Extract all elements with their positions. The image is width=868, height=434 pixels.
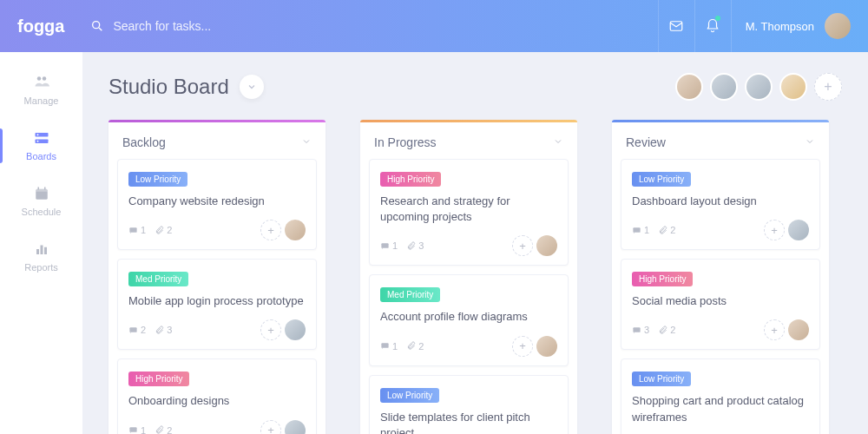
attachments-count: 2: [155, 225, 172, 235]
priority-badge: High Priority: [632, 272, 693, 286]
assignee-avatar[interactable]: [536, 336, 557, 357]
comment-icon: [632, 226, 641, 235]
sidebar-item-label: Schedule: [22, 207, 62, 217]
chevron-down-icon: [805, 135, 815, 150]
add-assignee-button[interactable]: +: [260, 220, 281, 240]
assignee-avatar[interactable]: [285, 319, 306, 340]
column-header[interactable]: Backlog: [108, 122, 326, 159]
task-card[interactable]: Med Priority Mobile app login process pr…: [117, 259, 317, 350]
people-icon: [33, 75, 50, 90]
board-header: Studio Board +: [108, 73, 842, 101]
comments-count: 1: [128, 425, 146, 434]
svg-rect-19: [381, 243, 388, 248]
sidebar-item-schedule[interactable]: Schedule: [0, 174, 82, 229]
add-assignee-button[interactable]: +: [260, 319, 281, 340]
attachment-icon: [155, 326, 164, 335]
topbar-right: M. Thompson: [658, 0, 851, 52]
assignee-avatar[interactable]: [788, 220, 809, 240]
add-assignee-button[interactable]: +: [512, 336, 533, 357]
notifications-button[interactable]: [694, 0, 731, 52]
task-card[interactable]: Low Priority Company website redesign 1 …: [117, 159, 317, 250]
priority-badge: Low Priority: [128, 172, 187, 187]
member-avatar[interactable]: [675, 73, 703, 101]
card-title: Dashboard layout design: [632, 194, 809, 209]
assignee-avatar[interactable]: [285, 420, 306, 434]
attachment-icon: [658, 326, 667, 335]
sidebar: Manage Boards Schedule Reports: [0, 52, 82, 434]
board-members: +: [675, 73, 842, 101]
sidebar-item-label: Manage: [24, 95, 59, 106]
svg-rect-16: [129, 227, 136, 233]
svg-line-1: [99, 28, 102, 30]
svg-rect-15: [44, 247, 47, 254]
sidebar-item-label: Reports: [24, 262, 58, 273]
add-assignee-button[interactable]: +: [512, 235, 533, 256]
add-assignee-button[interactable]: +: [764, 319, 785, 340]
card-list: Low Priority Company website redesign 1 …: [108, 159, 326, 434]
comments-count: 3: [632, 325, 649, 335]
priority-badge: Med Priority: [380, 287, 440, 302]
comments-count: 1: [632, 225, 649, 235]
column-title: Backlog: [122, 135, 166, 149]
task-card[interactable]: High Priority Onboarding designs 1 2 +: [117, 358, 317, 434]
mail-icon: [668, 18, 684, 34]
sidebar-item-reports[interactable]: Reports: [0, 229, 82, 285]
add-assignee-button[interactable]: +: [260, 420, 281, 434]
column-in-progress: In Progress High Priority Research and s…: [360, 120, 577, 434]
board-columns: Backlog Low Priority Company website red…: [108, 120, 842, 434]
task-card[interactable]: High Priority Social media posts 3 2 +: [621, 259, 820, 350]
comment-icon: [632, 326, 641, 335]
add-member-button[interactable]: +: [814, 73, 842, 101]
chevron-down-icon: [247, 82, 257, 92]
user-name[interactable]: M. Thompson: [731, 0, 825, 52]
comments-count: 2: [128, 325, 146, 335]
attachments-count: 2: [406, 341, 424, 352]
task-card[interactable]: Low Priority Shopping cart and product c…: [621, 358, 820, 434]
assignee-avatar[interactable]: [536, 235, 557, 256]
board-title-dropdown[interactable]: [240, 75, 264, 99]
card-title: Mobile app login process prototype: [128, 293, 306, 309]
svg-point-3: [36, 76, 41, 81]
attachments-count: 3: [155, 325, 172, 335]
member-avatar[interactable]: [710, 73, 738, 101]
chevron-down-icon: [553, 135, 563, 150]
svg-rect-20: [381, 343, 388, 348]
svg-rect-18: [129, 427, 136, 432]
svg-rect-13: [36, 249, 39, 254]
notification-dot-icon: [715, 16, 720, 21]
column-title: Review: [626, 135, 666, 149]
column-header[interactable]: Review: [612, 122, 829, 159]
attachment-icon: [406, 341, 416, 351]
task-card[interactable]: Low Priority Dashboard layout design 1 2…: [621, 159, 820, 250]
svg-point-8: [36, 141, 38, 142]
search-wrap[interactable]: [90, 19, 657, 33]
add-assignee-button[interactable]: +: [764, 220, 785, 240]
priority-badge: Low Priority: [632, 172, 691, 187]
user-avatar[interactable]: [825, 13, 851, 39]
card-title: Account profile flow diagrams: [380, 309, 557, 325]
sidebar-item-boards[interactable]: Boards: [0, 118, 82, 174]
sidebar-item-label: Boards: [26, 151, 56, 161]
task-card[interactable]: High Priority Research and strategy for …: [369, 159, 569, 266]
member-avatar[interactable]: [745, 73, 773, 101]
main-content: Studio Board + Backlog: [82, 52, 868, 434]
sidebar-item-manage[interactable]: Manage: [0, 62, 82, 118]
priority-badge: Low Priority: [632, 372, 691, 386]
task-card[interactable]: Med Priority Account profile flow diagra…: [369, 274, 569, 365]
priority-badge: Med Priority: [128, 272, 188, 286]
card-title: Social media posts: [632, 293, 809, 309]
priority-badge: Low Priority: [380, 388, 439, 403]
card-title: Onboarding designs: [128, 393, 306, 409]
search-input[interactable]: [113, 19, 373, 33]
assignee-avatar[interactable]: [285, 220, 306, 240]
board-title: Studio Board: [108, 75, 229, 99]
attachments-count: 2: [155, 425, 172, 434]
attachments-count: 2: [658, 225, 675, 235]
member-avatar[interactable]: [779, 73, 807, 101]
assignee-avatar[interactable]: [788, 319, 809, 340]
column-header[interactable]: In Progress: [360, 122, 577, 159]
attachments-count: 2: [658, 325, 675, 335]
svg-rect-14: [40, 246, 43, 255]
inbox-button[interactable]: [658, 0, 694, 52]
task-card[interactable]: Low Priority Slide templates for client …: [369, 375, 569, 434]
